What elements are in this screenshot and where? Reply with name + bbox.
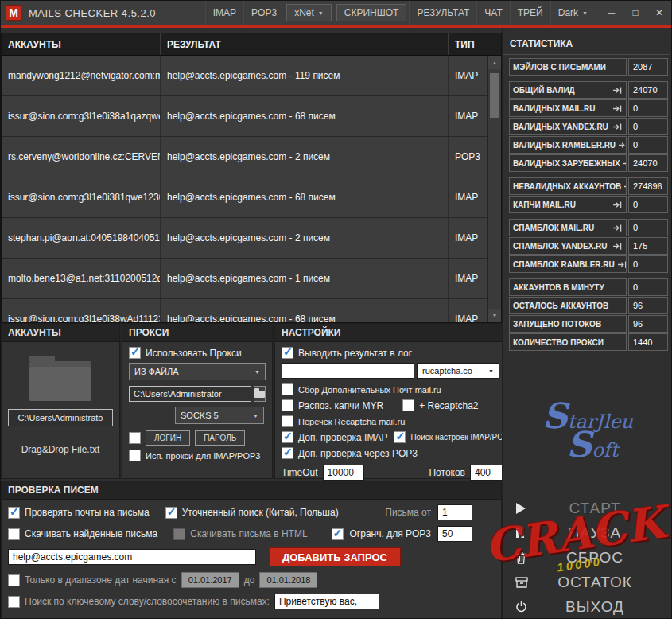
date-range-checkbox[interactable] <box>8 574 20 586</box>
window-title: MAILS CHECKER 4.5.2.0 <box>29 7 156 19</box>
captcha-myr-label: Распоз. капчи MYR <box>298 400 383 411</box>
export-icon[interactable] <box>610 224 623 232</box>
column-header-type[interactable]: ТИП <box>449 33 487 55</box>
menu-item[interactable]: POP3 ▼ <box>243 1 284 25</box>
stat-value: 175 <box>628 237 668 255</box>
imap-pop-settings-checkbox[interactable] <box>394 431 406 443</box>
captcha-key-input[interactable] <box>282 363 414 379</box>
recheck-recaptcha-checkbox[interactable] <box>282 415 293 427</box>
use-proxy-checkbox[interactable] <box>129 347 141 359</box>
table-row[interactable]: rs.cerveny@worldonline.cz:CERVENY help@a… <box>2 137 501 177</box>
export-icon[interactable] <box>610 242 623 251</box>
keyword-search-checkbox[interactable] <box>8 596 20 608</box>
date-from-button[interactable]: 01.01.2017 <box>181 572 239 588</box>
pop3-limit-input[interactable] <box>437 526 472 542</box>
stat-row: ЗАПУЩЕНО ПОТОКОВ 96 <box>509 315 668 333</box>
folder-icon[interactable] <box>29 361 91 401</box>
export-icon[interactable] <box>616 141 627 150</box>
stat-label: АККАУНТОВ В МИНУТУ <box>513 283 604 292</box>
proxy-password-field[interactable]: ПАРОЛЬ <box>195 430 245 446</box>
refined-search-checkbox[interactable] <box>165 507 177 519</box>
column-header-accounts[interactable]: АККАУНТЫ <box>2 33 161 55</box>
add-query-button[interactable]: ДОБАВИТЬ ЗАПРОС <box>269 547 401 566</box>
imap-pop-settings-label: Поиск настроек IMAP/POP <box>410 433 508 442</box>
pop3-limit-checkbox[interactable] <box>332 528 344 540</box>
proxy-source-select[interactable]: ИЗ ФАЙЛА <box>129 363 266 380</box>
export-icon[interactable] <box>610 200 623 209</box>
remainder-button[interactable]: ОСТАТОК <box>503 570 672 594</box>
proxy-type-select[interactable]: SOCKS 5 <box>175 407 264 424</box>
keyword-input[interactable] <box>274 594 379 609</box>
actions-panel: СТАРТ ПАУЗА СБРОС <box>503 496 672 619</box>
titlebar: M MAILS CHECKER 4.5.2.0 IMAP ▼ POP3 ▼ xN… <box>1 1 671 25</box>
stat-value: 0 <box>628 278 668 296</box>
menu-item[interactable]: Dark ▼ <box>550 1 595 25</box>
letters-from-input[interactable] <box>437 504 472 520</box>
download-found-checkbox[interactable] <box>8 528 20 540</box>
stat-row: ВАЛИДНЫХ RAMBLER.RU 0 <box>509 136 668 154</box>
recaptcha2-label: + Recaptcha2 <box>419 400 478 411</box>
recheck-recaptcha-label: Перечек Recaptcha mail.ru <box>298 417 405 426</box>
table-row[interactable]: issur@sion.com:g3l1e0i38wAd11123 help@ac… <box>2 299 501 322</box>
export-icon[interactable] <box>621 182 627 191</box>
proxy-file-path-input[interactable] <box>129 386 251 402</box>
table-row[interactable]: issur@sion.com:g3l1e0i38a1qazqwer help@a… <box>2 96 501 137</box>
menu-item[interactable]: IMAP ▼ <box>205 1 243 25</box>
table-row[interactable]: issur@sion.com:g3l1e0i381qwe1230 help@ac… <box>2 177 501 218</box>
export-icon[interactable] <box>610 123 623 131</box>
recaptcha2-checkbox[interactable] <box>402 399 414 411</box>
stat-value: 1440 <box>628 333 668 351</box>
menu-item[interactable]: СКРИНШОТ ▼ <box>336 4 407 21</box>
captcha-service-select[interactable]: rucaptcha.co <box>417 363 499 379</box>
table-row[interactable]: mandywong1212@netvigator.com:m help@acct… <box>2 56 501 96</box>
menu-item[interactable]: ЧАТ ▼ <box>476 1 509 25</box>
menu-item[interactable]: xNet ▼ <box>286 4 332 21</box>
column-header-result[interactable]: РЕЗУЛЬТАТ <box>161 33 449 55</box>
export-icon[interactable] <box>620 159 627 168</box>
pause-button[interactable]: ПАУЗА <box>503 520 672 545</box>
account-cell: issur@sion.com:g3l1e0i38wAd11123 <box>2 299 161 322</box>
result-cell: help@accts.epicgames.com - 2 писем <box>161 218 449 258</box>
reset-button[interactable]: СБРОС <box>503 545 672 570</box>
menu-item[interactable]: РЕЗУЛЬТАТ ▼ <box>409 1 476 25</box>
exit-button[interactable]: ВЫХОД <box>503 594 672 619</box>
scroll-down-icon[interactable]: ▼ <box>488 309 501 322</box>
app-logo-icon: M <box>6 5 21 21</box>
extra-pop3-checkbox[interactable] <box>282 447 293 459</box>
minimize-button[interactable]: ─ <box>600 1 623 25</box>
menu-item[interactable]: ТРЕЙ ▼ <box>510 1 550 25</box>
extra-pop3-label: Доп. проверка через POP3 <box>298 448 418 459</box>
account-cell: rs.cerveny@worldonline.cz:CERVENY <box>2 137 161 177</box>
extra-imap-checkbox[interactable] <box>282 431 293 443</box>
date-to-button[interactable]: 01.01.2018 <box>259 572 317 588</box>
browse-folder-button[interactable] <box>254 386 266 402</box>
close-button[interactable]: ✕ <box>647 1 671 25</box>
stat-label: СПАМБЛОК YANDEX.RU <box>513 242 608 251</box>
collect-extra-mail-checkbox[interactable] <box>282 383 293 395</box>
proxy-login-field[interactable]: ЛОГИН <box>146 430 190 446</box>
archive-icon <box>515 577 538 588</box>
download-html-checkbox <box>173 528 185 540</box>
result-cell: help@accts.epicgames.com - 68 писем <box>161 299 449 322</box>
timeout-input[interactable] <box>323 465 364 481</box>
query-input[interactable] <box>8 549 256 565</box>
scroll-up-icon[interactable]: ▲ <box>488 56 501 69</box>
table-row[interactable]: stephan.pi@aon.at:04051984040519 help@ac… <box>2 218 501 259</box>
maximize-button[interactable]: □ <box>623 1 647 25</box>
table-row[interactable]: molto.bene13@a1.net:3110200512d help@acc… <box>2 259 501 299</box>
accounts-file-path-button[interactable]: C:\Users\Administrato <box>8 409 113 426</box>
check-letters-checkbox[interactable] <box>8 507 20 519</box>
proxy-for-imap-checkbox[interactable] <box>129 450 141 461</box>
export-icon[interactable] <box>610 86 623 95</box>
export-icon[interactable] <box>610 104 623 113</box>
stat-row: СПАМБЛОК YANDEX.RU 175 <box>509 237 668 255</box>
scrollbar-thumb[interactable] <box>490 73 499 118</box>
captcha-myr-checkbox[interactable] <box>282 399 293 411</box>
table-scrollbar[interactable]: ▲ ▼ <box>487 56 501 322</box>
log-output-checkbox[interactable] <box>282 347 293 359</box>
stat-value: 0 <box>628 255 668 273</box>
threads-label: Потоков <box>429 467 465 478</box>
export-icon[interactable] <box>615 260 627 269</box>
start-button[interactable]: СТАРТ <box>503 496 672 520</box>
proxy-auth-checkbox[interactable] <box>129 432 141 444</box>
